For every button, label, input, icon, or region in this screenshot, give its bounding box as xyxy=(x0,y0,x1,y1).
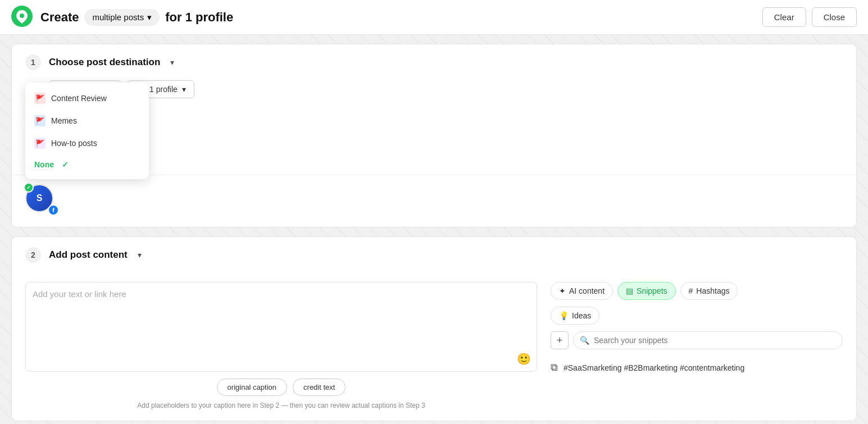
memes-icon: 🚩 xyxy=(34,115,46,126)
avatar-facebook-icon: f xyxy=(48,204,59,216)
copy-icon[interactable]: ⧉ xyxy=(551,362,558,373)
clear-button[interactable]: Clear xyxy=(762,7,806,27)
ideas-icon: 💡 xyxy=(559,311,569,320)
snippet-text: #SaaSmarketing #B2Bmarketing #contentmar… xyxy=(563,363,744,372)
top-bar-title: Create multiple posts ▾ for 1 profile xyxy=(40,9,762,26)
original-caption-button[interactable]: original caption xyxy=(217,379,287,396)
ai-content-icon: ✦ xyxy=(559,286,566,295)
avatar-letter: S xyxy=(37,193,43,203)
caption-hint: Add placeholders to your caption here in… xyxy=(25,402,537,409)
step2-chevron-icon: ▾ xyxy=(138,250,142,259)
emoji-icon[interactable]: 🙂 xyxy=(517,352,531,366)
avatar-check: ✓ xyxy=(24,183,34,193)
for-profile-label: for 1 profile xyxy=(165,10,233,25)
snippet-search-wrap: 🔍 xyxy=(573,331,843,349)
post-text-placeholder: Add your text or link here xyxy=(33,289,126,299)
step1-chevron-icon: ▾ xyxy=(170,58,174,67)
tab-hashtags[interactable]: # Hashtags xyxy=(680,282,738,300)
profile-label: 1 profile xyxy=(149,85,178,94)
dropdown-item-howto[interactable]: 🚩 How-to posts xyxy=(25,132,149,154)
step2-title: Add post content xyxy=(49,249,128,261)
post-text-area[interactable]: Add your text or link here 🙂 xyxy=(25,282,537,372)
search-icon: 🔍 xyxy=(580,336,589,345)
howto-icon: 🚩 xyxy=(34,138,46,149)
snippet-search-row: + 🔍 xyxy=(551,331,843,349)
content-review-icon: 🚩 xyxy=(34,93,46,104)
close-button[interactable]: Close xyxy=(812,7,857,27)
caption-buttons: original caption credit text xyxy=(25,379,537,396)
credit-text-button[interactable]: credit text xyxy=(293,379,346,396)
step2-number: 2 xyxy=(25,247,41,263)
logo xyxy=(11,6,40,29)
post-type-button[interactable]: multiple posts ▾ xyxy=(84,9,160,26)
hashtags-icon: # xyxy=(689,286,693,295)
profile-chevron-icon: ▾ xyxy=(182,85,186,94)
dropdown-item-memes[interactable]: 🚩 Memes xyxy=(25,110,149,132)
top-bar: Create multiple posts ▾ for 1 profile Cl… xyxy=(0,0,868,35)
dropdown-item-none[interactable]: None ✓ xyxy=(25,154,149,175)
bucket-dropdown: 🚩 Content Review 🚩 Memes 🚩 How-to posts … xyxy=(25,83,149,179)
right-panel: ✦ AI content ▤ Snippets # Hashtags 💡 xyxy=(551,282,843,409)
add-icon: + xyxy=(557,335,563,347)
step2-header: 2 Add post content ▾ xyxy=(12,237,856,273)
check-icon: ✓ xyxy=(62,160,69,169)
step1-controls: Bucket: None ▾ 👥 1 profile ▾ xyxy=(35,80,856,107)
tab-ideas[interactable]: 💡 Ideas xyxy=(551,307,599,325)
tab-ai-content[interactable]: ✦ AI content xyxy=(551,282,613,300)
snippet-search-input[interactable] xyxy=(573,331,843,349)
dropdown-item-content-review[interactable]: 🚩 Content Review xyxy=(25,87,149,110)
step2-body: Add your text or link here 🙂 original ca… xyxy=(12,273,856,421)
step1-header: 1 Choose post destination ▾ xyxy=(12,44,856,80)
top-bar-actions: Clear Close xyxy=(762,7,857,27)
content-tabs: ✦ AI content ▤ Snippets # Hashtags xyxy=(551,282,843,300)
profile-avatar: ✓ S f xyxy=(25,184,57,216)
add-snippet-button[interactable]: + xyxy=(551,331,569,349)
chevron-down-icon: ▾ xyxy=(147,12,152,22)
create-label: Create xyxy=(40,10,79,25)
step2-section: 2 Add post content ▾ Add your text or li… xyxy=(11,236,857,421)
snippets-icon: ▤ xyxy=(626,286,633,295)
snippet-result: ⧉ #SaaSmarketing #B2Bmarketing #contentm… xyxy=(551,357,843,378)
step1-title: Choose post destination xyxy=(49,57,160,68)
step1-section: 1 Choose post destination ▾ Bucket: None… xyxy=(11,44,857,227)
tab-snippets[interactable]: ▤ Snippets xyxy=(617,282,675,300)
post-editor: Add your text or link here 🙂 original ca… xyxy=(25,282,537,409)
svg-point-1 xyxy=(20,13,24,18)
step1-profile: ✓ S f xyxy=(12,175,856,227)
step1-number: 1 xyxy=(25,54,41,70)
